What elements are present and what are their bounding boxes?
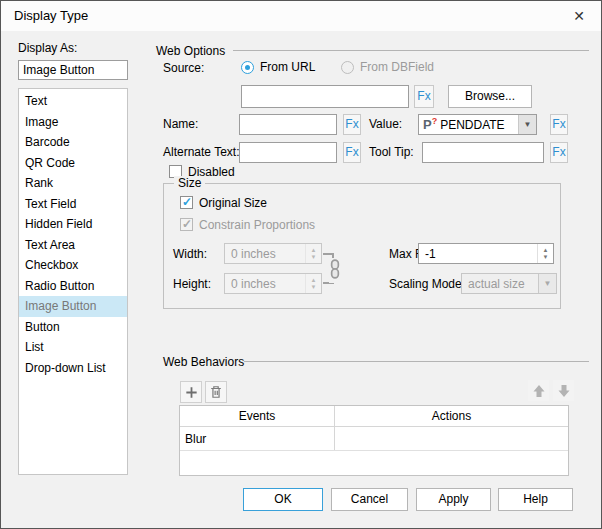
radio-from-dbfield-label: From DBField (360, 60, 434, 74)
arrow-up-icon (531, 383, 547, 399)
chain-link-icon (329, 258, 341, 283)
move-up-button (528, 380, 549, 401)
dialog-title: Display Type (14, 8, 88, 23)
name-input[interactable] (239, 114, 337, 135)
plus-icon (184, 385, 199, 400)
cancel-button[interactable]: Cancel (331, 488, 408, 511)
behaviors-table-body: Blur (180, 427, 568, 451)
browse-button[interactable]: Browse... (448, 85, 532, 108)
url-input[interactable] (241, 85, 409, 108)
chevron-down-icon[interactable]: ▼ (518, 115, 536, 134)
table-row[interactable]: Blur (180, 427, 568, 451)
radio-unselected-icon (341, 61, 354, 74)
web-behaviors-divider (244, 361, 589, 362)
list-item-qr-code[interactable]: QR Code (19, 153, 127, 174)
list-item-text-field[interactable]: Text Field (19, 194, 127, 215)
list-item-barcode[interactable]: Barcode (19, 132, 127, 153)
width-spinner: 0 inches ▲▼ (224, 243, 322, 264)
list-item-text-area[interactable]: Text Area (19, 235, 127, 256)
checkbox-checked-icon (180, 196, 193, 209)
radio-from-dbfield: From DBField (341, 60, 434, 74)
trash-icon (209, 385, 223, 399)
event-cell[interactable]: Blur (180, 427, 335, 450)
checkbox-checked-disabled-icon (180, 218, 193, 231)
name-formula-button[interactable]: Fx (343, 114, 361, 135)
tooltip-formula-button[interactable]: Fx (550, 142, 568, 163)
behaviors-table: Events Actions Blur (179, 405, 569, 476)
list-item-button[interactable]: Button (19, 317, 127, 338)
name-label: Name: (163, 117, 198, 131)
list-item-hidden-field[interactable]: Hidden Field (19, 214, 127, 235)
max-ratio-spinner[interactable]: -1 ▲▼ (418, 243, 554, 264)
action-cell[interactable] (335, 427, 568, 450)
original-size-label: Original Size (199, 196, 267, 210)
behaviors-table-empty-area (180, 451, 568, 475)
value-formula-button[interactable]: Fx (550, 114, 568, 135)
list-item-text[interactable]: Text (19, 91, 127, 112)
events-column-header: Events (180, 406, 335, 426)
tooltip-input[interactable] (422, 142, 544, 163)
alternate-text-label: Alternate Text: (163, 145, 240, 159)
display-type-dialog: Display Type ✕ Display As: TextImageBarc… (0, 0, 602, 529)
chevron-down-icon: ▼ (538, 274, 556, 293)
width-label: Width: (173, 247, 207, 261)
web-options-divider (233, 50, 589, 51)
value-combobox[interactable]: P? PENDDATE ▼ (418, 114, 537, 135)
spinner-arrows-icon: ▲▼ (305, 244, 321, 263)
value-selected-text: PENDDATE (440, 118, 504, 132)
close-icon[interactable]: ✕ (570, 7, 588, 25)
scaling-mode-value: actual size (468, 277, 525, 291)
width-value: 0 inches (231, 247, 276, 261)
ok-button[interactable]: OK (243, 488, 323, 511)
constrain-proportions-label: Constrain Proportions (199, 218, 315, 232)
tooltip-label: Tool Tip: (369, 145, 414, 159)
list-item-image-button[interactable]: Image Button (19, 296, 127, 317)
list-item-checkbox[interactable]: Checkbox (19, 255, 127, 276)
behaviors-table-header: Events Actions (180, 406, 568, 427)
delete-behavior-button[interactable] (205, 381, 227, 403)
height-spinner: 0 inches ▲▼ (224, 273, 322, 294)
web-options-title: Web Options (156, 44, 225, 58)
actions-column-header: Actions (335, 406, 568, 426)
display-as-listbox[interactable]: TextImageBarcodeQR CodeRankText FieldHid… (18, 88, 128, 475)
move-down-button (553, 380, 574, 401)
list-item-list[interactable]: List (19, 337, 127, 358)
radio-from-url[interactable]: From URL (241, 60, 315, 74)
title-bar: Display Type ✕ (1, 1, 601, 31)
apply-button[interactable]: Apply (416, 488, 491, 511)
value-label: Value: (369, 117, 402, 131)
list-item-image[interactable]: Image (19, 112, 127, 133)
parameter-icon: P? (423, 116, 437, 132)
web-behaviors-title: Web Behaviors (163, 355, 244, 369)
alternate-text-formula-button[interactable]: Fx (343, 142, 361, 163)
display-as-field[interactable] (18, 60, 128, 80)
alternate-text-input[interactable] (239, 142, 337, 163)
scaling-mode-label: Scaling Mode: (389, 277, 465, 291)
constrain-proportions-checkbox: Constrain Proportions (180, 218, 315, 232)
source-label: Source: (163, 61, 204, 75)
add-behavior-button[interactable] (180, 381, 202, 403)
height-label: Height: (173, 277, 211, 291)
size-group-title: Size (174, 176, 205, 190)
url-formula-button[interactable]: Fx (414, 85, 434, 108)
spinner-arrows-icon[interactable]: ▲▼ (537, 244, 553, 263)
help-button[interactable]: Help (498, 488, 573, 511)
list-item-drop-down-list[interactable]: Drop-down List (19, 358, 127, 379)
height-value: 0 inches (231, 277, 276, 291)
list-item-radio-button[interactable]: Radio Button (19, 276, 127, 297)
spinner-arrows-icon: ▲▼ (305, 274, 321, 293)
original-size-checkbox[interactable]: Original Size (180, 196, 267, 210)
list-item-rank[interactable]: Rank (19, 173, 127, 194)
display-as-label: Display As: (18, 41, 77, 55)
radio-from-url-label: From URL (260, 60, 315, 74)
radio-selected-icon (241, 61, 254, 74)
scaling-mode-combobox: actual size ▼ (461, 273, 557, 294)
arrow-down-icon (556, 383, 572, 399)
max-ratio-value: -1 (425, 247, 436, 261)
